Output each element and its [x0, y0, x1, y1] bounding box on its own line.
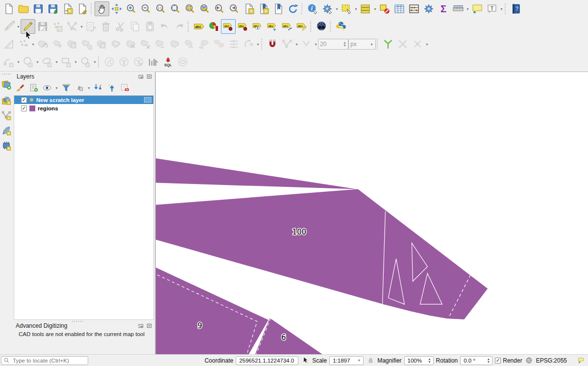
toggle-editing-button[interactable]: [21, 19, 35, 34]
refresh-map-button[interactable]: [286, 1, 300, 16]
new-virtual-layer-button[interactable]: [0, 140, 12, 152]
chart-tool-button[interactable]: [146, 54, 161, 69]
add-regular-polygon-button[interactable]: [78, 54, 93, 69]
rotate-label-button[interactable]: [280, 19, 294, 34]
delete-ring-button[interactable]: [123, 37, 138, 52]
new-project-button[interactable]: [1, 1, 16, 16]
new-print-layout-button[interactable]: [60, 1, 75, 16]
lock-scale-icon[interactable]: [366, 356, 375, 365]
pan-map-button[interactable]: [95, 1, 109, 16]
filter-legend-button[interactable]: [60, 82, 72, 94]
layer-diagram-options-button[interactable]: [206, 19, 221, 34]
snapping-on-intersection-button[interactable]: [395, 37, 410, 52]
coordinate-input[interactable]: [238, 357, 296, 364]
select-features-dropdown[interactable]: ▾: [354, 7, 358, 11]
move-label-button[interactable]: [265, 19, 280, 34]
vertex-tool-button[interactable]: [65, 19, 79, 34]
split-parts-button[interactable]: [197, 37, 212, 52]
filter-legend-by-expression-button[interactable]: ε: [74, 82, 85, 94]
map-tips-button[interactable]: [470, 1, 485, 16]
vertex-tool-dropdown[interactable]: ▾: [79, 25, 84, 29]
measure-button[interactable]: [451, 1, 466, 16]
help-contents-button[interactable]: [509, 1, 523, 16]
snapping-mode-dropdown[interactable]: ▾: [314, 42, 318, 47]
rotation-spin-arrows[interactable]: ▲▼: [487, 358, 490, 364]
merge-features-button[interactable]: [212, 37, 226, 52]
statistical-summary-button[interactable]: Σ: [436, 1, 451, 16]
snapping-unit-combo[interactable]: px▾: [348, 39, 376, 50]
filter-legend-by-expression-dropdown[interactable]: ▾: [87, 86, 91, 90]
snapping-type-button[interactable]: [280, 37, 294, 52]
show-bookmark-manager-button[interactable]: [271, 1, 286, 16]
show-spatial-bookmarks-button[interactable]: [256, 1, 271, 16]
rotate-feature-button[interactable]: [50, 37, 65, 52]
layers-panel-float-button[interactable]: [138, 74, 145, 80]
new-shapefile-layer-button[interactable]: [0, 109, 12, 121]
split-features-button[interactable]: [182, 37, 197, 52]
redo-button[interactable]: [172, 19, 187, 34]
new-geopackage-layer-button[interactable]: [0, 94, 12, 106]
layer-checkbox[interactable]: ✓: [21, 97, 27, 103]
save-project-button[interactable]: [31, 1, 46, 16]
enable-advanced-digitizing-button[interactable]: [1, 37, 16, 52]
save-layer-edits-button[interactable]: [35, 19, 50, 34]
processing-toolbox-button[interactable]: [421, 1, 436, 16]
deselect-features-button[interactable]: [377, 1, 392, 16]
render-toggle[interactable]: ✓ Render: [495, 357, 522, 364]
digitize-with-curve-dropdown[interactable]: ▾: [31, 42, 35, 47]
topological-editing-button[interactable]: [381, 37, 395, 52]
zoom-full-button[interactable]: [168, 1, 183, 16]
digitize-with-curve-button[interactable]: [16, 37, 31, 52]
crs-status-button[interactable]: EPSG:2055: [536, 357, 567, 364]
current-edits-dropdown[interactable]: ▾: [16, 25, 21, 29]
sql-query-button[interactable]: [161, 54, 175, 69]
layer-checkbox[interactable]: ✓: [21, 105, 27, 111]
layer-item-regions[interactable]: ✓ regions: [14, 104, 153, 112]
new-spatial-bookmark-button[interactable]: [242, 1, 256, 16]
modify-attributes-button[interactable]: [84, 19, 98, 34]
simplify-feature-button[interactable]: [65, 37, 79, 52]
open-field-calculator-button[interactable]: [407, 1, 421, 16]
paste-features-button[interactable]: [143, 19, 157, 34]
geometry-tool-button[interactable]: [102, 54, 117, 69]
add-group-button[interactable]: [28, 82, 40, 94]
coordinate-box[interactable]: [236, 356, 298, 365]
rotation-input[interactable]: [463, 357, 486, 364]
add-part-button[interactable]: [94, 37, 109, 52]
run-feature-action-dropdown[interactable]: ▾: [335, 7, 339, 11]
select-features-button[interactable]: [339, 1, 354, 16]
circular-string-button[interactable]: [1, 54, 16, 69]
fill-ring-button[interactable]: [109, 37, 123, 52]
add-ring-button[interactable]: [79, 37, 94, 52]
open-project-button[interactable]: [16, 1, 31, 16]
magnifier-spinbox[interactable]: ▲▼: [404, 356, 434, 365]
run-feature-action-button[interactable]: [320, 1, 335, 16]
new-spatialite-layer-button[interactable]: [0, 125, 12, 136]
delete-selected-button[interactable]: [98, 19, 113, 34]
layers-panel-close-button[interactable]: [146, 74, 153, 80]
current-edits-button[interactable]: [1, 19, 16, 34]
map-canvas[interactable]: 100 9 6: [155, 72, 588, 354]
collapse-all-button[interactable]: [106, 82, 118, 94]
add-regular-polygon-dropdown[interactable]: ▾: [93, 60, 97, 64]
manage-map-themes-dropdown[interactable]: ▾: [54, 86, 59, 90]
layer-labeling-options-button[interactable]: [192, 19, 206, 34]
align-features-button[interactable]: [226, 37, 241, 52]
advanced-digitizing-close-button[interactable]: [146, 323, 153, 329]
zoom-in-button[interactable]: [124, 1, 139, 16]
identify-features-button[interactable]: [305, 1, 320, 16]
expand-all-button[interactable]: [93, 82, 104, 94]
undo-button[interactable]: [157, 19, 172, 34]
highlight-pinned-labels-button[interactable]: [236, 19, 250, 34]
offset-curve-button[interactable]: [168, 37, 182, 52]
locator-search[interactable]: [1, 356, 88, 365]
manage-map-themes-button[interactable]: [41, 82, 53, 94]
text-annotation-dropdown[interactable]: ▾: [499, 7, 504, 11]
change-label-properties-button[interactable]: [294, 19, 309, 34]
snapping-mode-button[interactable]: [299, 37, 314, 52]
add-ellipse-dropdown[interactable]: ▾: [54, 60, 59, 64]
open-layer-styling-button[interactable]: [15, 82, 26, 94]
text-annotation-button[interactable]: T: [485, 1, 499, 16]
rotate-point-symbols-button[interactable]: [241, 37, 256, 52]
delete-part-button[interactable]: [138, 37, 153, 52]
